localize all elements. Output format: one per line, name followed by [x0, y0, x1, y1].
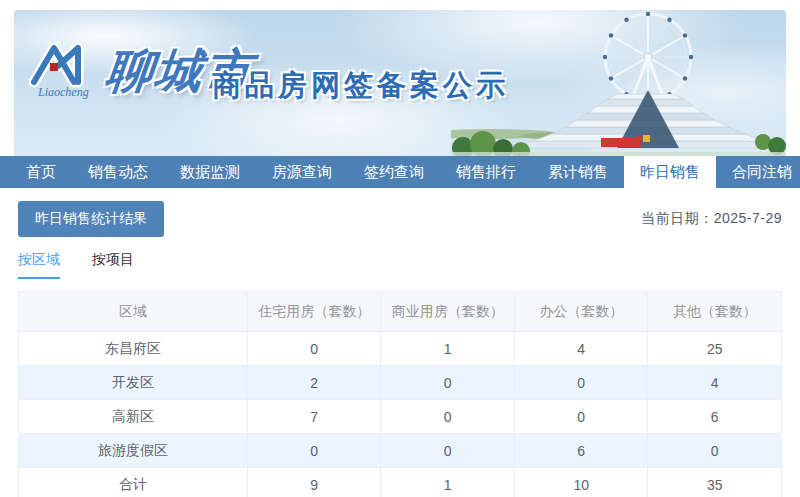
value-cell: 0: [381, 434, 515, 468]
yesterday-sales-result-button[interactable]: 昨日销售统计结果: [18, 201, 164, 237]
nav-item-1[interactable]: 销售动态: [72, 156, 164, 188]
table-row-3: 旅游度假区0060: [19, 434, 782, 468]
column-header-3: 办公（套数）: [514, 292, 648, 332]
nav-item-0[interactable]: 首页: [10, 156, 72, 188]
value-cell: 2: [247, 366, 381, 400]
column-header-0: 区域: [19, 292, 248, 332]
table-row-2: 高新区7006: [19, 400, 782, 434]
region-cell: 旅游度假区: [19, 434, 248, 468]
current-date-value: 2025-7-29: [714, 210, 782, 226]
value-cell: 0: [381, 366, 515, 400]
svg-text:Liaocheng: Liaocheng: [37, 85, 89, 99]
view-tabs: 按区域按项目: [18, 251, 782, 279]
nav-item-2[interactable]: 数据监测: [164, 156, 256, 188]
value-cell: 0: [648, 434, 782, 468]
ferris-wheel-landmark-illustration: [451, 10, 786, 156]
nav-item-3[interactable]: 房源查询: [256, 156, 348, 188]
main-nav: 首页销售动态数据监测房源查询签约查询销售排行累计销售昨日销售合同注销: [0, 156, 800, 188]
value-cell: 1: [381, 468, 515, 497]
table-row-1: 开发区2004: [19, 366, 782, 400]
value-cell: 6: [648, 400, 782, 434]
value-cell: 35: [648, 468, 782, 497]
value-cell: 0: [247, 434, 381, 468]
column-header-1: 住宅用房（套数）: [247, 292, 381, 332]
nav-item-4[interactable]: 签约查询: [348, 156, 440, 188]
nav-item-7[interactable]: 昨日销售: [624, 156, 716, 188]
column-header-4: 其他（套数）: [648, 292, 782, 332]
value-cell: 1: [381, 332, 515, 366]
value-cell: 6: [514, 434, 648, 468]
site-banner: Liaocheng 聊城市 商品房网签备案公示: [14, 10, 786, 156]
column-header-2: 商业用房（套数）: [381, 292, 515, 332]
region-cell: 合计: [19, 468, 248, 497]
nav-item-5[interactable]: 销售排行: [440, 156, 532, 188]
value-cell: 4: [514, 332, 648, 366]
value-cell: 0: [381, 400, 515, 434]
table-header: 区域住宅用房（套数）商业用房（套数）办公（套数）其他（套数）: [19, 292, 782, 332]
current-date: 当前日期：2025-7-29: [641, 210, 782, 228]
value-cell: 0: [247, 332, 381, 366]
value-cell: 0: [514, 400, 648, 434]
region-cell: 高新区: [19, 400, 248, 434]
tab-0[interactable]: 按区域: [18, 251, 60, 279]
table-row-4: 合计911035: [19, 468, 782, 497]
nav-item-6[interactable]: 累计销售: [532, 156, 624, 188]
value-cell: 0: [514, 366, 648, 400]
region-cell: 东昌府区: [19, 332, 248, 366]
value-cell: 4: [648, 366, 782, 400]
nav-item-8[interactable]: 合同注销: [716, 156, 800, 188]
value-cell: 10: [514, 468, 648, 497]
current-date-label: 当前日期：: [641, 210, 714, 226]
table-row-0: 东昌府区01425: [19, 332, 782, 366]
region-cell: 开发区: [19, 366, 248, 400]
content-area: 昨日销售统计结果 当前日期：2025-7-29 按区域按项目 区域住宅用房（套数…: [0, 188, 800, 497]
value-cell: 25: [648, 332, 782, 366]
sales-by-region-table: 区域住宅用房（套数）商业用房（套数）办公（套数）其他（套数） 东昌府区01425…: [18, 291, 782, 497]
value-cell: 7: [247, 400, 381, 434]
value-cell: 9: [247, 468, 381, 497]
toolbar: 昨日销售统计结果 当前日期：2025-7-29: [18, 201, 782, 237]
table-body: 东昌府区01425开发区2004高新区7006旅游度假区0060合计911035: [19, 332, 782, 497]
tab-1[interactable]: 按项目: [92, 251, 134, 279]
